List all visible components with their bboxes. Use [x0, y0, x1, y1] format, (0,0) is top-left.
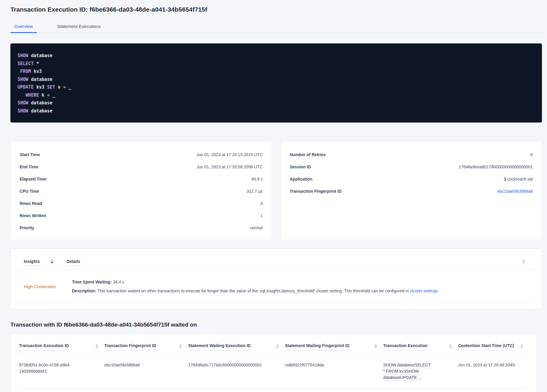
sort-down-icon [520, 347, 523, 349]
elapsed-time-value: 40.9 s [251, 177, 263, 181]
row-transaction-fingerprint-id: Transaction Fingerprint ID ebc10ae56cfd8… [290, 185, 533, 197]
cpu-time-value: 312.7 µs [247, 189, 263, 194]
cpu-time-label: CPU Time [20, 189, 39, 194]
sql-code: SHOW databaseSELECT * FROM kv3SHOW datab… [18, 52, 535, 115]
time-spent-waiting-label: Time Spent Waiting: [72, 280, 112, 284]
insights-table-header: Insights Details [19, 249, 533, 270]
session-id-value: 17648a9eea6017800000000000000001 [459, 164, 533, 169]
retries-label: Number of Retries [290, 152, 326, 157]
sort-up-icon [449, 344, 452, 346]
row-end-time: End Time Jun 01, 2023 at 17:20:56:2056 U… [20, 161, 263, 173]
txn-fingerprint-label: Transaction Fingerprint ID [290, 189, 342, 194]
rows-read-label: Rows Read [20, 201, 42, 206]
sort-down-icon [522, 262, 525, 264]
header-stmt-waiting-fingerprint-id: Statement Waiting Fingerprint ID [285, 339, 383, 354]
sort-icon[interactable] [276, 344, 279, 349]
insight-row-high-contention: High Contention Time Spent Waiting: 34.4… [19, 270, 533, 303]
sort-up-icon [276, 344, 279, 346]
transaction-details-page: Transaction Execution ID: f6be6366-da03-… [0, 0, 547, 392]
insight-badge: High Contention [24, 284, 72, 289]
row-rows-written: Rows Written 1 [20, 209, 263, 222]
rows-written-label: Rows Written [20, 213, 46, 218]
application-value: $ cockroach sql [504, 177, 533, 181]
contention-start-time-header[interactable]: Contention Start Time (UTC) [458, 343, 514, 350]
txn-fingerprint-link[interactable]: ebc10ae56cfd88a8 [497, 189, 533, 194]
start-time-label: Start Time [20, 152, 40, 157]
cell-stmt-waiting-fingerprint-id: \xdb8922f077541dda [285, 354, 383, 388]
priority-label: Priority [20, 225, 34, 230]
tab-statement-executions[interactable]: Statement Executions [54, 21, 105, 32]
tab-overview[interactable]: Overview [10, 21, 37, 32]
table-sort-icon[interactable] [522, 259, 525, 264]
time-spent-waiting-value: 34.4 s [112, 280, 124, 284]
header-txn-execution: Transaction Execution [383, 339, 458, 354]
sort-up-icon [95, 344, 98, 346]
waited-on-table: Transaction Execution ID Transaction Fin… [10, 334, 537, 392]
elapsed-time-label: Elapsed Time [20, 177, 46, 181]
page-title: Transaction Execution ID: f6be6366-da03-… [10, 6, 542, 13]
timing-card: Start Time Jun 01, 2023 at 17:20:15:2015… [10, 141, 272, 240]
cell-txn-execution: SHOW databaseSELECT * FROM kv3SHOW datab… [383, 354, 437, 388]
sort-up-icon [522, 259, 525, 261]
rows-written-value: 1 [260, 213, 263, 218]
stmt-waiting-execution-id-header[interactable]: Statement Waiting Execution ID [188, 343, 251, 350]
header-txn-execution-id: Transaction Execution ID [19, 339, 104, 354]
insight-details: Time Spent Waiting: 34.4 s Description: … [72, 277, 439, 295]
description-text: This transaction waited on other transac… [96, 288, 410, 293]
cell-txn-fingerprint-id: ebc10ae56cfd88a8 [104, 354, 188, 388]
sort-up-icon [520, 344, 523, 346]
application-label: Application [290, 177, 312, 181]
summary-cards: Start Time Jun 01, 2023 at 17:20:15:2015… [10, 141, 542, 240]
sort-icon[interactable] [449, 344, 452, 349]
txn-execution-id-header[interactable]: Transaction Execution ID [19, 343, 69, 350]
start-time-value: Jun 01, 2023 at 17:20:15:2015 UTC [197, 152, 263, 157]
session-id-label: Session ID [290, 164, 311, 169]
sort-down-icon [276, 347, 279, 349]
header-txn-fingerprint-id: Transaction Fingerprint ID [104, 339, 188, 354]
insights-table: Insights Details High Contention Time Sp… [10, 249, 542, 309]
sort-down-icon [374, 347, 377, 349]
cell-contention-start-time: Jun 01, 2023 at 17:20:49:2049 [458, 354, 529, 388]
cell-txn-execution-id: 9738d051-bc0e-4158-a9b4-1903586ddd42 [19, 354, 77, 388]
row-rows-read: Rows Read 3 [20, 197, 263, 209]
row-session-id: Session ID 17648a9eea6017800000000000000… [290, 161, 533, 173]
waited-on-heading: Transaction with ID f6be6366-da03-48de-a… [10, 322, 542, 328]
sort-icon[interactable] [179, 344, 182, 349]
sort-icon[interactable] [95, 344, 98, 349]
sort-down-icon [95, 347, 98, 349]
sort-icon[interactable] [374, 344, 377, 349]
insights-sort-icon[interactable] [51, 259, 54, 264]
sort-up-icon [374, 344, 377, 346]
sql-statement-box: SHOW databaseSELECT * FROM kv3SHOW datab… [10, 43, 542, 123]
sort-down-icon [449, 347, 452, 349]
rows-read-value: 3 [260, 201, 263, 206]
end-time-label: End Time [20, 164, 38, 169]
insights-column-header[interactable]: Insights [24, 259, 40, 266]
txn-execution-header[interactable]: Transaction Execution [383, 343, 427, 350]
row-priority: Priority normal [20, 222, 263, 234]
description-period: . [438, 288, 439, 293]
row-start-time: Start Time Jun 01, 2023 at 17:20:15:2015… [20, 148, 263, 161]
row-cpu-time: CPU Time 312.7 µs [20, 185, 263, 197]
session-card: Number of Retries 0 Session ID 17648a9ee… [281, 141, 542, 240]
row-elapsed-time: Elapsed Time 40.9 s [20, 173, 263, 185]
tabbar: Overview Statement Executions [10, 21, 542, 33]
sort-down-icon [179, 347, 182, 349]
stmt-waiting-fingerprint-id-header[interactable]: Statement Waiting Fingerprint ID [285, 343, 349, 350]
end-time-value: Jun 01, 2023 at 17:20:56:2056 UTC [197, 164, 263, 169]
txn-fingerprint-id-header[interactable]: Transaction Fingerprint ID [104, 343, 156, 350]
priority-value: normal [250, 225, 263, 230]
row-number-of-retries: Number of Retries 0 [290, 148, 533, 161]
header-contention-start-time: Contention Start Time (UTC) [458, 339, 529, 354]
retries-value: 0 [530, 152, 533, 157]
sort-up-icon [179, 344, 182, 346]
details-column-header[interactable]: Details [67, 259, 80, 266]
cluster-settings-link[interactable]: cluster settings [410, 288, 438, 293]
header-stmt-waiting-execution-id: Statement Waiting Execution ID [188, 339, 285, 354]
description-label: Description: [72, 288, 96, 293]
cell-stmt-waiting-execution-id: 176498a9c717bdc80000000000000001 [188, 354, 285, 388]
txn-execution-statement-link[interactable]: SHOW databaseSELECT * FROM kv3SHOW datab… [383, 363, 431, 381]
waited-on-table-header: Transaction Execution ID Transaction Fin… [19, 334, 528, 354]
sort-icon[interactable] [520, 344, 523, 349]
row-application: Application $ cockroach sql [290, 173, 533, 185]
